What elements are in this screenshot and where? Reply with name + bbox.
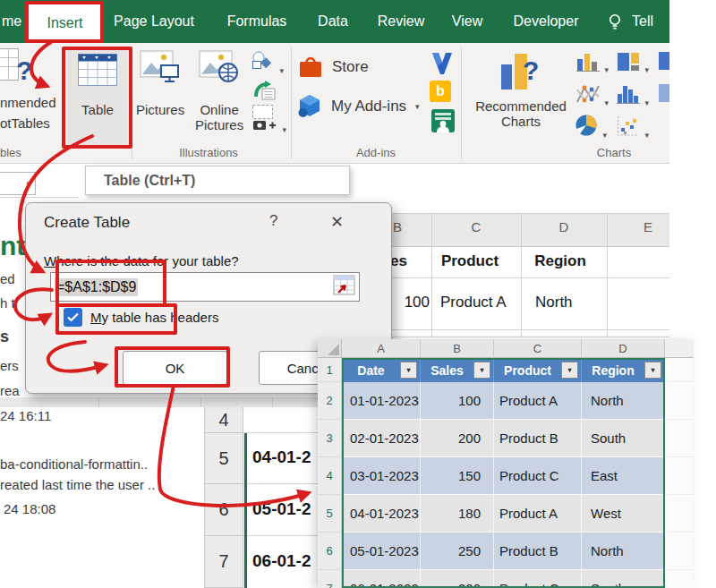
store-button[interactable]: Store	[297, 54, 369, 81]
cell-sales[interactable]: 150	[421, 457, 494, 495]
column-chart-button[interactable]: ▾	[575, 51, 609, 76]
tab-insert[interactable]: Insert	[28, 3, 102, 43]
filter-icon[interactable]: ▾	[644, 362, 661, 379]
cell-sales[interactable]: 180	[421, 495, 494, 533]
recommended-pivottables-button[interactable]: otTables	[0, 115, 50, 131]
shapes-dropdown-caret[interactable]: ▾	[279, 66, 284, 75]
headers-checkbox-label[interactable]: My table has headers	[90, 310, 218, 325]
cell-date[interactable]: 05-01-2023	[342, 533, 421, 570]
filter-icon[interactable]: ▾	[561, 362, 578, 379]
scatter-chart-caret[interactable]: ▾	[644, 131, 649, 140]
line-chart-caret[interactable]: ▾	[604, 98, 609, 107]
close-icon[interactable]: ✕	[330, 212, 344, 232]
row-header-1[interactable]: 1	[318, 358, 342, 382]
range-selector-icon[interactable]	[333, 275, 355, 299]
range-input[interactable]: =$A$1:$D$9	[50, 272, 360, 302]
cell-date[interactable]: 01-01-2023	[342, 382, 421, 420]
ok-button[interactable]: OK	[123, 351, 227, 385]
tab-data[interactable]: Data	[311, 0, 354, 43]
column-header-d[interactable]: D	[546, 219, 582, 234]
my-addins-dropdown-caret[interactable]: ▾	[415, 103, 420, 111]
recommended-pivottables-button[interactable]: nmended	[0, 95, 56, 110]
filter-icon[interactable]: ▾	[473, 362, 490, 379]
tab-developer[interactable]: Developer	[503, 0, 589, 43]
column-header-e[interactable]: E	[630, 219, 666, 234]
help-icon[interactable]: ?	[269, 212, 277, 230]
column-header-b[interactable]: B	[421, 339, 494, 358]
table-header-region[interactable]: Region▾	[582, 358, 665, 382]
cell-date[interactable]: 06-01-2023	[342, 570, 421, 588]
column-header-b[interactable]: B	[390, 219, 415, 234]
cell-date[interactable]: 02-01-2023	[342, 420, 421, 457]
headers-checkbox[interactable]	[64, 308, 82, 327]
name-box-caret[interactable]: ▾	[26, 180, 30, 188]
scatter-chart-button[interactable]: ▾	[616, 115, 649, 141]
cell-product[interactable]: Product B	[494, 420, 582, 457]
column-header-a[interactable]: A	[342, 339, 421, 358]
screenshot-dropdown-caret[interactable]: ▾	[282, 125, 286, 134]
table-header-sales[interactable]: Sales▾	[421, 358, 494, 382]
cell-region[interactable]: South	[582, 420, 665, 457]
column-header-c[interactable]: C	[494, 339, 582, 358]
pie-chart-button[interactable]: ▾	[574, 113, 607, 141]
cell-sales[interactable]: 100	[421, 382, 494, 420]
cell-region[interactable]: North	[582, 382, 665, 420]
row-header-6[interactable]: 6	[318, 533, 342, 570]
recommended-charts-button[interactable]: ? Recommended Charts	[467, 50, 575, 129]
tab-page-layout[interactable]: Page Layout	[107, 0, 200, 43]
table-header-product[interactable]: Product▾	[494, 358, 582, 382]
cell-product[interactable]: Product C	[494, 570, 582, 588]
smartart-button[interactable]	[253, 79, 277, 104]
cell-product[interactable]: Product A	[494, 495, 582, 533]
row-header-5[interactable]: 5	[318, 495, 342, 533]
chart-button-sliver[interactable]	[659, 84, 669, 102]
bar-chart-button[interactable]: ▾	[616, 51, 649, 76]
row-header-7[interactable]: 7	[318, 570, 342, 588]
tab-view[interactable]: View	[446, 0, 489, 43]
row-header-behind[interactable]: 5	[204, 433, 243, 484]
cell-product[interactable]: Product C	[494, 457, 582, 495]
tab-review[interactable]: Review	[374, 0, 428, 43]
name-box-fragment[interactable]: ▾	[0, 172, 36, 195]
histogram-chart-caret[interactable]: ▾	[644, 98, 649, 107]
tab-formulas[interactable]: Formulas	[222, 0, 292, 43]
visio-addin-icon[interactable]	[431, 52, 453, 79]
histogram-chart-button[interactable]: ▾	[616, 82, 649, 109]
row-header-4[interactable]: 4	[318, 457, 342, 495]
table-button[interactable]: Table	[67, 47, 128, 147]
row-header-behind[interactable]: 4	[204, 407, 243, 433]
cell-region[interactable]: South	[582, 570, 665, 588]
column-header-c[interactable]: C	[458, 219, 494, 234]
pictures-button[interactable]: Pictures	[136, 50, 184, 117]
column-header-d[interactable]: D	[582, 339, 665, 358]
cell-date[interactable]: 04-01-2023	[342, 495, 421, 533]
bing-addin-icon[interactable]: b	[430, 81, 451, 102]
cell-region[interactable]: West	[582, 495, 665, 533]
cell-product[interactable]: Product B	[494, 533, 582, 570]
row-header-2[interactable]: 2	[318, 382, 342, 420]
cell-sales[interactable]: 300	[421, 570, 494, 588]
people-addin-icon[interactable]	[431, 109, 455, 136]
bar-chart-caret[interactable]: ▾	[644, 65, 649, 74]
cell-product[interactable]: Product A	[494, 382, 582, 420]
cell-region[interactable]: North	[582, 533, 665, 570]
row-header-behind[interactable]: 6	[204, 484, 243, 536]
column-chart-caret[interactable]: ▾	[604, 65, 609, 74]
online-pictures-button[interactable]: Online Pictures	[195, 50, 243, 132]
filter-icon[interactable]: ▾	[400, 362, 417, 379]
tab-tell-me[interactable]: Tell	[625, 0, 661, 43]
shapes-button[interactable]: ▾	[251, 50, 284, 77]
table-header-date[interactable]: Date▾	[342, 358, 421, 382]
my-addins-button[interactable]: My Add-ins ▾	[295, 92, 420, 121]
tab-home-partial[interactable]: me	[0, 0, 23, 43]
chart-button-sliver[interactable]	[659, 52, 669, 70]
cell-date[interactable]: 03-01-2023	[342, 457, 421, 495]
row-header-3[interactable]: 3	[318, 420, 342, 457]
cell-sales[interactable]: 250	[421, 533, 494, 570]
select-all-corner[interactable]	[318, 339, 342, 358]
screenshot-button[interactable]: ▾	[251, 104, 286, 136]
pie-chart-caret[interactable]: ▾	[602, 131, 607, 140]
cell-sales[interactable]: 200	[421, 420, 494, 457]
row-header-behind[interactable]: 7	[204, 536, 243, 588]
line-chart-button[interactable]: ▾	[575, 82, 609, 109]
